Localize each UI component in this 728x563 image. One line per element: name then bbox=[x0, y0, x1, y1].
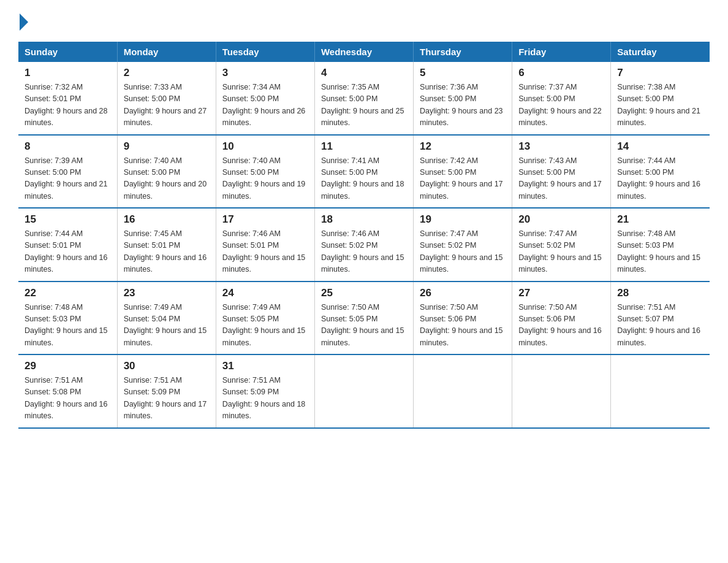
day-number: 16 bbox=[124, 213, 210, 226]
calendar-cell: 24 Sunrise: 7:49 AMSunset: 5:05 PMDaylig… bbox=[216, 282, 314, 355]
calendar-cell: 29 Sunrise: 7:51 AMSunset: 5:08 PMDaylig… bbox=[18, 354, 117, 428]
logo-arrow-icon bbox=[20, 13, 28, 31]
day-number: 7 bbox=[617, 67, 703, 79]
day-number: 21 bbox=[617, 213, 703, 226]
day-number: 4 bbox=[321, 67, 407, 79]
calendar-cell: 16 Sunrise: 7:45 AMSunset: 5:01 PMDaylig… bbox=[117, 208, 216, 282]
day-number: 25 bbox=[321, 287, 407, 299]
calendar-cell: 12 Sunrise: 7:42 AMSunset: 5:00 PMDaylig… bbox=[414, 135, 512, 209]
column-header-saturday: Saturday bbox=[611, 42, 710, 62]
day-number: 12 bbox=[420, 140, 506, 153]
day-info: Sunrise: 7:51 AMSunset: 5:09 PMDaylight:… bbox=[124, 376, 207, 420]
day-number: 3 bbox=[222, 67, 308, 79]
calendar-cell: 6 Sunrise: 7:37 AMSunset: 5:00 PMDayligh… bbox=[512, 62, 611, 135]
day-info: Sunrise: 7:47 AMSunset: 5:02 PMDaylight:… bbox=[420, 229, 503, 274]
day-number: 5 bbox=[420, 67, 506, 79]
calendar-cell: 27 Sunrise: 7:50 AMSunset: 5:06 PMDaylig… bbox=[512, 282, 611, 355]
calendar-week-row: 15 Sunrise: 7:44 AMSunset: 5:01 PMDaylig… bbox=[18, 208, 710, 282]
calendar-cell: 11 Sunrise: 7:41 AMSunset: 5:00 PMDaylig… bbox=[314, 135, 413, 209]
calendar-cell: 19 Sunrise: 7:47 AMSunset: 5:02 PMDaylig… bbox=[414, 208, 512, 282]
calendar-cell: 5 Sunrise: 7:36 AMSunset: 5:00 PMDayligh… bbox=[414, 62, 512, 135]
calendar-cell: 4 Sunrise: 7:35 AMSunset: 5:00 PMDayligh… bbox=[314, 62, 413, 135]
day-number: 8 bbox=[25, 140, 111, 153]
day-info: Sunrise: 7:33 AMSunset: 5:00 PMDaylight:… bbox=[124, 83, 207, 127]
page-header bbox=[18, 12, 710, 31]
calendar-cell: 30 Sunrise: 7:51 AMSunset: 5:09 PMDaylig… bbox=[117, 354, 216, 428]
day-number: 1 bbox=[25, 67, 111, 79]
column-header-monday: Monday bbox=[117, 42, 216, 62]
calendar-cell bbox=[512, 354, 611, 428]
calendar-cell: 26 Sunrise: 7:50 AMSunset: 5:06 PMDaylig… bbox=[414, 282, 512, 355]
calendar-cell: 21 Sunrise: 7:48 AMSunset: 5:03 PMDaylig… bbox=[611, 208, 710, 282]
calendar-cell: 1 Sunrise: 7:32 AMSunset: 5:01 PMDayligh… bbox=[18, 62, 117, 135]
day-number: 6 bbox=[518, 67, 604, 79]
day-number: 30 bbox=[124, 360, 210, 372]
calendar-cell: 13 Sunrise: 7:43 AMSunset: 5:00 PMDaylig… bbox=[512, 135, 611, 209]
day-number: 31 bbox=[222, 360, 308, 372]
column-header-thursday: Thursday bbox=[414, 42, 512, 62]
calendar-cell: 22 Sunrise: 7:48 AMSunset: 5:03 PMDaylig… bbox=[18, 282, 117, 355]
day-number: 19 bbox=[420, 213, 506, 226]
day-number: 10 bbox=[222, 140, 308, 153]
calendar-table: SundayMondayTuesdayWednesdayThursdayFrid… bbox=[18, 42, 710, 429]
day-info: Sunrise: 7:51 AMSunset: 5:09 PMDaylight:… bbox=[222, 376, 306, 420]
day-number: 11 bbox=[321, 140, 407, 153]
day-number: 24 bbox=[222, 287, 308, 299]
day-info: Sunrise: 7:42 AMSunset: 5:00 PMDaylight:… bbox=[420, 156, 503, 201]
day-info: Sunrise: 7:46 AMSunset: 5:02 PMDaylight:… bbox=[321, 229, 404, 274]
day-number: 28 bbox=[617, 287, 703, 299]
calendar-header-row: SundayMondayTuesdayWednesdayThursdayFrid… bbox=[18, 42, 710, 62]
calendar-cell bbox=[414, 354, 512, 428]
day-number: 26 bbox=[420, 287, 506, 299]
day-number: 20 bbox=[518, 213, 604, 226]
day-info: Sunrise: 7:32 AMSunset: 5:01 PMDaylight:… bbox=[25, 83, 108, 127]
day-info: Sunrise: 7:48 AMSunset: 5:03 PMDaylight:… bbox=[617, 229, 700, 274]
calendar-cell: 2 Sunrise: 7:33 AMSunset: 5:00 PMDayligh… bbox=[117, 62, 216, 135]
day-info: Sunrise: 7:49 AMSunset: 5:05 PMDaylight:… bbox=[222, 303, 306, 347]
day-number: 15 bbox=[25, 213, 111, 226]
day-info: Sunrise: 7:35 AMSunset: 5:00 PMDaylight:… bbox=[321, 83, 404, 127]
day-info: Sunrise: 7:44 AMSunset: 5:01 PMDaylight:… bbox=[25, 229, 108, 274]
day-info: Sunrise: 7:50 AMSunset: 5:05 PMDaylight:… bbox=[321, 303, 404, 347]
day-info: Sunrise: 7:51 AMSunset: 5:08 PMDaylight:… bbox=[25, 376, 108, 420]
day-number: 2 bbox=[124, 67, 210, 79]
column-header-friday: Friday bbox=[512, 42, 611, 62]
calendar-cell: 25 Sunrise: 7:50 AMSunset: 5:05 PMDaylig… bbox=[314, 282, 413, 355]
day-number: 14 bbox=[617, 140, 703, 153]
day-number: 22 bbox=[25, 287, 111, 299]
day-number: 27 bbox=[518, 287, 604, 299]
column-header-tuesday: Tuesday bbox=[216, 42, 314, 62]
day-info: Sunrise: 7:45 AMSunset: 5:01 PMDaylight:… bbox=[124, 229, 207, 274]
calendar-cell: 3 Sunrise: 7:34 AMSunset: 5:00 PMDayligh… bbox=[216, 62, 314, 135]
day-info: Sunrise: 7:46 AMSunset: 5:01 PMDaylight:… bbox=[222, 229, 306, 274]
day-number: 18 bbox=[321, 213, 407, 226]
day-info: Sunrise: 7:49 AMSunset: 5:04 PMDaylight:… bbox=[124, 303, 207, 347]
calendar-week-row: 8 Sunrise: 7:39 AMSunset: 5:00 PMDayligh… bbox=[18, 135, 710, 209]
calendar-cell bbox=[611, 354, 710, 428]
day-info: Sunrise: 7:36 AMSunset: 5:00 PMDaylight:… bbox=[420, 83, 503, 127]
day-number: 9 bbox=[124, 140, 210, 153]
column-header-sunday: Sunday bbox=[18, 42, 117, 62]
day-info: Sunrise: 7:50 AMSunset: 5:06 PMDaylight:… bbox=[420, 303, 503, 347]
day-number: 13 bbox=[518, 140, 604, 153]
day-info: Sunrise: 7:51 AMSunset: 5:07 PMDaylight:… bbox=[617, 303, 700, 347]
day-info: Sunrise: 7:50 AMSunset: 5:06 PMDaylight:… bbox=[518, 303, 602, 347]
day-info: Sunrise: 7:44 AMSunset: 5:00 PMDaylight:… bbox=[617, 156, 700, 201]
calendar-cell: 9 Sunrise: 7:40 AMSunset: 5:00 PMDayligh… bbox=[117, 135, 216, 209]
calendar-week-row: 29 Sunrise: 7:51 AMSunset: 5:08 PMDaylig… bbox=[18, 354, 710, 428]
day-info: Sunrise: 7:48 AMSunset: 5:03 PMDaylight:… bbox=[25, 303, 108, 347]
logo bbox=[18, 12, 28, 31]
calendar-cell: 23 Sunrise: 7:49 AMSunset: 5:04 PMDaylig… bbox=[117, 282, 216, 355]
calendar-cell: 28 Sunrise: 7:51 AMSunset: 5:07 PMDaylig… bbox=[611, 282, 710, 355]
day-info: Sunrise: 7:37 AMSunset: 5:00 PMDaylight:… bbox=[518, 83, 602, 127]
day-info: Sunrise: 7:34 AMSunset: 5:00 PMDaylight:… bbox=[222, 83, 306, 127]
calendar-cell: 18 Sunrise: 7:46 AMSunset: 5:02 PMDaylig… bbox=[314, 208, 413, 282]
day-info: Sunrise: 7:40 AMSunset: 5:00 PMDaylight:… bbox=[222, 156, 306, 201]
day-number: 23 bbox=[124, 287, 210, 299]
calendar-cell: 7 Sunrise: 7:38 AMSunset: 5:00 PMDayligh… bbox=[611, 62, 710, 135]
calendar-cell: 17 Sunrise: 7:46 AMSunset: 5:01 PMDaylig… bbox=[216, 208, 314, 282]
calendar-week-row: 1 Sunrise: 7:32 AMSunset: 5:01 PMDayligh… bbox=[18, 62, 710, 135]
calendar-cell bbox=[314, 354, 413, 428]
calendar-cell: 15 Sunrise: 7:44 AMSunset: 5:01 PMDaylig… bbox=[18, 208, 117, 282]
column-header-wednesday: Wednesday bbox=[314, 42, 413, 62]
